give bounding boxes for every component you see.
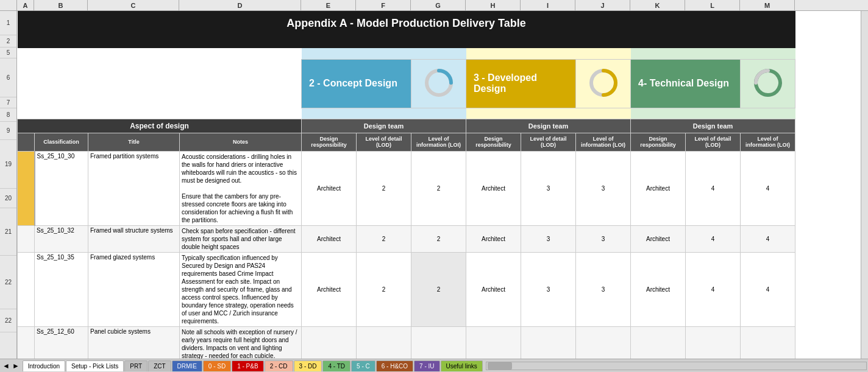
highlight-col-22a (18, 326, 35, 359)
tab-4-td[interactable]: 4 - TD (322, 360, 350, 371)
developed-resp-19: Architect (466, 151, 521, 225)
tab-nav-left[interactable]: ◄ (1, 362, 11, 370)
technical-loi-20: 4 (741, 225, 795, 252)
tab-2-cd[interactable]: 2 - CD (265, 360, 293, 371)
col-header-e: E (301, 0, 356, 10)
technical-lod-21: 4 (686, 252, 741, 326)
sub-header-empty (18, 133, 35, 151)
sub-header-technical-loi: Level of information (LOI) (741, 133, 795, 151)
tab-3-dd[interactable]: 3 - DD (294, 360, 322, 371)
tab-setup-pick-lists[interactable]: Setup - Pick Lists (66, 360, 124, 371)
row-numbers: 1 2 5 6 7 8 9 19 20 21 22 22 (0, 11, 17, 359)
tab-6-hco[interactable]: 6 - H&CO (376, 360, 413, 371)
col-header-m: M (740, 0, 795, 10)
sub-header-row: Classification Title Notes Design respon… (18, 133, 795, 151)
technical-phase-icon (741, 59, 795, 108)
developed-loi-20: 3 (576, 225, 631, 252)
concept-resp-21: Architect (302, 252, 357, 326)
technical-lod-20: 4 (686, 225, 741, 252)
title-20: Framed wall structure systems (88, 225, 180, 252)
concept-lod-22a: 2 (357, 326, 411, 359)
tab-useful-links[interactable]: Useful links (441, 360, 483, 371)
corner-cell (0, 0, 17, 10)
col-header-l: L (685, 0, 740, 10)
title-22a: Panel cubicle systems (88, 326, 180, 359)
design-team-header-row: Aspect of design Design team Design team… (18, 119, 795, 133)
tab-5-c[interactable]: 5 - C (351, 360, 375, 371)
tab-introduction[interactable]: Introduction (23, 360, 65, 371)
concept-lod-21: 2 (357, 252, 411, 326)
row-num-5: 5 (0, 47, 16, 58)
col-header-a: A (17, 0, 34, 10)
col-header-b: B (34, 0, 88, 10)
aspect-header-cell: Aspect of design (18, 119, 302, 133)
developed-resp-20: Architect (466, 225, 521, 252)
concept-phase-icon (411, 59, 466, 108)
col-header-k: K (630, 0, 685, 10)
concept-resp-20: Architect (302, 225, 357, 252)
row-num-6: 6 (0, 58, 16, 97)
notes-21: Typically specification influenced by Se… (180, 252, 302, 326)
notes-22a: Note all schools with exception of nurse… (180, 326, 302, 359)
tab-nav-right[interactable]: ► (11, 362, 21, 370)
tab-drmie[interactable]: DRMIE (172, 360, 202, 371)
spacer-row-5 (18, 48, 795, 59)
classification-21: Ss_25_10_35 (35, 252, 88, 326)
concept-resp-22a: Architect (302, 326, 357, 359)
tab-prt[interactable]: PRT (124, 360, 148, 371)
col-header-g: G (411, 0, 466, 10)
technical-loi-22a: 4 (741, 326, 795, 359)
phase-header-row: 2 - Concept Design 3 - Developed Design (18, 59, 795, 108)
notes-19: Acoustic considerations - drilling holes… (180, 151, 302, 225)
phase-technical-label: 4- Technical Design (631, 59, 741, 108)
table-row: Ss_25_10_32 Framed wall structure system… (18, 225, 795, 252)
sub-header-concept-loi: Level of information (LOI) (411, 133, 466, 151)
technical-lod-22a: 4 (686, 326, 741, 359)
scrollbar-thumb[interactable] (488, 362, 512, 370)
row-num-1: 1 (0, 11, 16, 35)
tab-zct[interactable]: ZCT (148, 360, 171, 371)
highlight-col-19 (18, 151, 35, 225)
sub-header-classification: Classification (35, 133, 88, 151)
highlight-col-21 (18, 252, 35, 326)
tab-7-iu[interactable]: 7 - IU (414, 360, 439, 371)
concept-loi-22a: 2 (411, 326, 466, 359)
developed-lod-21: 3 (521, 252, 576, 326)
developed-resp-22a: Architect (466, 326, 521, 359)
tab-bar: ◄ ► Introduction Setup - Pick Lists PRT … (0, 359, 868, 372)
technical-resp-19: Architect (631, 151, 686, 225)
main-area: 1 2 5 6 7 8 9 19 20 21 22 22 (0, 11, 868, 359)
table-area: Appendix A - Model Production Delivery T… (17, 11, 861, 359)
developed-loi-19: 3 (576, 151, 631, 225)
sub-header-notes: Notes (180, 133, 302, 151)
sub-header-developed-lod: Level of detail (LOD) (521, 133, 576, 151)
tab-1-pb[interactable]: 1 - P&B (232, 360, 263, 371)
sub-header-concept-lod: Level of detail (LOD) (357, 133, 411, 151)
tab-nav-arrows[interactable]: ◄ ► (1, 362, 21, 370)
table-row: Ss_25_10_30 Framed partition systems Aco… (18, 151, 795, 225)
table-row: Ss_25_10_35 Framed glazed systems Typica… (18, 252, 795, 326)
spreadsheet-wrapper: A B C D E F G H I J K L M 1 2 5 6 7 8 9 … (0, 0, 868, 372)
developed-lod-22a: 3 (521, 326, 576, 359)
sub-header-developed-resp: Design responsibility (466, 133, 521, 151)
row-num-22a: 22 (0, 256, 16, 309)
design-team-concept-header: Design team (302, 119, 466, 133)
tab-0-sd[interactable]: 0 - SD (203, 360, 231, 371)
title-cell: Appendix A - Model Production Delivery T… (18, 11, 795, 36)
title-21: Framed glazed systems (88, 252, 180, 326)
developed-loi-21: 3 (576, 252, 631, 326)
developed-lod-19: 3 (521, 151, 576, 225)
classification-19: Ss_25_10_30 (35, 151, 88, 225)
concept-loi-21: 2 (411, 252, 466, 326)
technical-loi-19: 4 (741, 151, 795, 225)
concept-lod-19: 2 (357, 151, 411, 225)
technical-lod-19: 4 (686, 151, 741, 225)
horizontal-scrollbar[interactable] (486, 362, 867, 370)
sub-header-developed-loi: Level of information (LOI) (576, 133, 631, 151)
col-header-c: C (88, 0, 179, 10)
developed-phase-icon (576, 59, 631, 108)
technical-resp-20: Architect (631, 225, 686, 252)
row-num-7: 7 (0, 97, 16, 108)
vertical-scrollbar[interactable] (861, 11, 868, 359)
col-header-row: A B C D E F G H I J K L M (0, 0, 868, 11)
